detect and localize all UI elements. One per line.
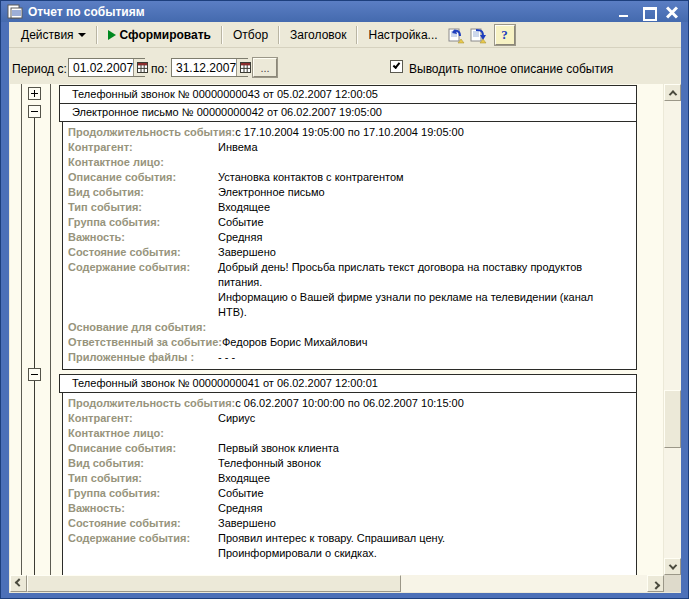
group-header-row[interactable]: Электронное письмо № 00000000042 от 06.0… [59, 103, 637, 122]
restore-report-settings-button[interactable] [445, 24, 467, 46]
field-row: Описание события:Первый звонок клиента [63, 441, 636, 456]
field-label: Ответственный за событие: [63, 335, 222, 350]
header-label: Заголовок [290, 28, 346, 42]
field-label: Описание события: [63, 170, 218, 185]
scroll-right-button[interactable] [647, 575, 664, 592]
field-row: Тип события:Входящее [63, 471, 636, 486]
full-description-checkbox[interactable] [390, 60, 403, 73]
field-label: Состояние события: [63, 516, 218, 531]
field-row: Продолжительность события:с 06.02.2007 1… [63, 396, 636, 411]
tree-connector-line [34, 118, 35, 368]
field-value: Сириус [218, 411, 636, 426]
filter-label: Отбор [233, 28, 268, 42]
grid-line [21, 84, 22, 575]
generate-label: Сформировать [120, 28, 211, 42]
report-window-icon [7, 4, 23, 19]
filter-button[interactable]: Отбор [226, 24, 275, 46]
field-value [218, 561, 636, 575]
generate-button[interactable]: Сформировать [101, 24, 218, 46]
horizontal-scrollbar[interactable] [10, 575, 664, 592]
field-label: Группа события: [63, 486, 218, 501]
client-area: Действия Сформировать Отбор Заголовок На… [9, 22, 681, 593]
report-window: Отчет по событиям Действия Сформировать … [0, 0, 689, 599]
collapse-group-button[interactable] [28, 368, 41, 381]
calendar-picker-button[interactable] [236, 59, 254, 76]
field-value: Завершено [218, 245, 636, 260]
tree-connector-line [34, 381, 35, 575]
toolbar-separator [356, 26, 358, 44]
toolbar: Действия Сформировать Отбор Заголовок На… [9, 22, 681, 48]
field-label: Контрагент: [63, 411, 218, 426]
field-row: Ответственный за событие:Федоров Борис М… [63, 335, 636, 350]
field-value: с 17.10.2004 19:05:00 по 17.10.2004 19:0… [235, 125, 636, 140]
field-value: Средняя [218, 501, 636, 516]
checkmark-icon [393, 61, 401, 69]
field-value: Установка контактов с контрагентом [218, 170, 636, 185]
date-to-field[interactable]: 31.12.2007 [171, 58, 248, 77]
horizontal-scroll-thumb[interactable] [27, 575, 401, 592]
settings-label: Настройка... [368, 28, 437, 42]
field-label: Контрагент: [63, 140, 218, 155]
calendar-icon [137, 62, 148, 73]
restore-settings-icon [446, 26, 465, 44]
chevron-down-icon [668, 561, 676, 569]
scroll-up-button[interactable] [664, 84, 681, 101]
play-icon [108, 30, 116, 40]
expand-group-button[interactable] [28, 87, 41, 100]
field-label: Тип события: [63, 200, 218, 215]
field-row: Тип события:Входящее [63, 200, 636, 215]
field-row: Вид события:Телефонный звонок [63, 456, 636, 471]
vertical-scroll-thumb[interactable] [664, 390, 681, 448]
actions-menu-button[interactable]: Действия [14, 24, 93, 46]
full-description-checkbox-label[interactable]: Выводить полное описание события [409, 62, 613, 76]
group-header-row[interactable]: Телефонный звонок № 00000000041 от 06.02… [59, 374, 637, 393]
field-value: Проявил интерес к товару. Спрашивал цену… [218, 531, 636, 561]
close-icon[interactable] [666, 6, 678, 18]
calendar-icon [240, 62, 251, 73]
field-row: Контактное лицо: [63, 426, 636, 441]
collapse-group-button[interactable] [28, 105, 41, 118]
period-more-button[interactable]: ... [253, 58, 277, 77]
field-value: Событие [218, 486, 636, 501]
window-title: Отчет по событиям [28, 5, 618, 19]
date-from-value[interactable]: 01.02.2007 [69, 61, 133, 75]
field-row: Состояние события:Завершено [63, 245, 636, 260]
maximize-icon[interactable] [642, 6, 654, 18]
header-button[interactable]: Заголовок [283, 24, 353, 46]
help-button[interactable]: ? [495, 25, 515, 45]
save-report-settings-button[interactable] [467, 24, 489, 46]
field-label [63, 561, 218, 575]
vertical-scrollbar[interactable] [664, 84, 681, 575]
field-row [63, 561, 636, 575]
field-label: Контактное лицо: [63, 155, 218, 170]
field-label: Вид события: [63, 456, 218, 471]
field-value: Инвема [218, 140, 636, 155]
chevron-down-icon [78, 33, 86, 37]
scroll-left-button[interactable] [10, 575, 27, 592]
field-row: Продолжительность события:с 17.10.2004 1… [63, 125, 636, 140]
report-content: Телефонный звонок № 00000000043 от 05.02… [59, 84, 637, 575]
report-canvas: Телефонный звонок № 00000000043 от 05.02… [10, 84, 663, 575]
chevron-left-icon [14, 578, 22, 586]
field-row: Группа события:Событие [63, 215, 636, 230]
group-header-row[interactable]: Телефонный звонок № 00000000043 от 05.02… [59, 85, 637, 104]
chevron-up-icon [668, 90, 676, 98]
field-row: Важность:Средняя [63, 230, 636, 245]
field-value: Входящее [218, 471, 636, 486]
date-to-value[interactable]: 31.12.2007 [172, 61, 236, 75]
field-value: с 06.02.2007 10:00:00 по 06.02.2007 10:1… [235, 396, 636, 411]
calendar-picker-button[interactable] [133, 59, 151, 76]
field-row: Содержание события:Добрый день! Просьба … [63, 260, 636, 320]
date-from-field[interactable]: 01.02.2007 [68, 58, 145, 77]
titlebar: Отчет по событиям [1, 1, 688, 22]
settings-button[interactable]: Настройка... [361, 24, 444, 46]
actions-label: Действия [21, 28, 74, 42]
minimize-icon[interactable] [618, 6, 630, 18]
field-value: Первый звонок клиента [218, 441, 636, 456]
field-value: Средняя [218, 230, 636, 245]
field-label: Продолжительность события: [63, 125, 235, 140]
field-label: Тип события: [63, 471, 218, 486]
scroll-down-button[interactable] [664, 558, 681, 575]
field-value: Электронное письмо [218, 185, 636, 200]
event-detail-block: Продолжительность события:с 17.10.2004 1… [62, 122, 637, 370]
